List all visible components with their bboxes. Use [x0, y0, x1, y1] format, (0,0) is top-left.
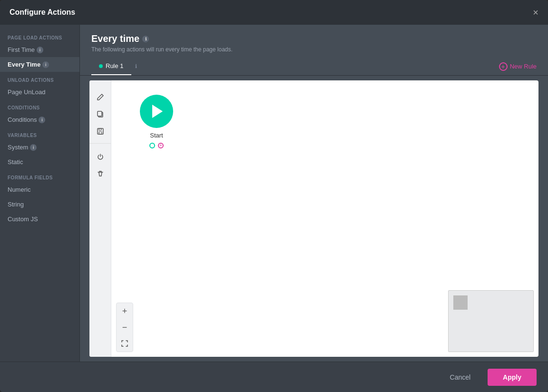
sidebar-item-label: Page UnLoad	[8, 88, 46, 96]
every-time-badge: i	[42, 61, 49, 68]
sidebar-item-system[interactable]: System i	[0, 140, 79, 155]
sidebar-item-label: First Time	[8, 46, 35, 53]
node-add-pink[interactable]: +	[158, 143, 164, 148]
system-badge: i	[30, 144, 37, 151]
toolbar-group-edit	[89, 85, 111, 144]
fit-button[interactable]	[117, 335, 133, 352]
configure-actions-modal: Configure Actions × PAGE LOAD ACTIONS Fi…	[0, 0, 548, 392]
node-output-green[interactable]	[149, 143, 155, 148]
new-rule-button[interactable]: + New Rule	[499, 59, 537, 74]
start-node: Start +	[140, 95, 173, 148]
canvas-area: Start + + −	[89, 80, 538, 357]
tab-label: Rule 1	[106, 62, 124, 69]
tab-rule1[interactable]: Rule 1	[91, 58, 131, 75]
canvas-toolbar	[89, 80, 111, 357]
sidebar-item-label: Conditions	[8, 116, 37, 123]
apply-button[interactable]: Apply	[488, 369, 537, 386]
new-rule-label: New Rule	[510, 63, 537, 70]
sidebar-item-custom-js[interactable]: Custom JS	[0, 212, 79, 226]
sidebar-item-label: Static	[8, 158, 23, 166]
sidebar-item-static[interactable]: Static	[0, 155, 79, 169]
content-subtitle: The following actions will run every tim…	[91, 46, 537, 53]
modal-body: PAGE LOAD ACTIONS First Time i Every Tim…	[0, 25, 548, 362]
sidebar-item-every-time[interactable]: Every Time i	[0, 57, 79, 72]
sidebar-item-numeric[interactable]: Numeric	[0, 182, 79, 197]
main-content: Every time ℹ The following actions will …	[80, 25, 548, 362]
power-icon[interactable]	[92, 148, 108, 165]
page-load-actions-label: PAGE LOAD ACTIONS	[0, 29, 79, 42]
edit-icon[interactable]	[92, 89, 108, 105]
sidebar-item-string[interactable]: String	[0, 197, 79, 212]
modal-header: Configure Actions ×	[0, 0, 548, 25]
conditions-label: CONDITIONS	[0, 99, 79, 112]
sidebar-item-first-time[interactable]: First Time i	[0, 42, 79, 57]
modal-footer: Cancel Apply	[0, 362, 548, 392]
play-icon	[152, 105, 163, 118]
variables-label: VARIABLES	[0, 127, 79, 140]
modal-title: Configure Actions	[10, 8, 75, 17]
content-title: Every time ℹ	[91, 33, 537, 44]
tab-dot	[99, 64, 103, 68]
first-time-badge: i	[37, 47, 43, 53]
save-icon[interactable]	[92, 123, 108, 139]
sidebar-item-label: String	[8, 201, 24, 208]
sidebar-item-label: Every Time	[8, 61, 40, 68]
sidebar-item-label: Numeric	[8, 186, 30, 193]
tabs-bar: Rule 1 ℹ + New Rule	[80, 58, 548, 76]
close-button[interactable]: ×	[533, 8, 538, 17]
minimap-node	[453, 295, 468, 310]
start-circle[interactable]	[140, 95, 173, 128]
sidebar-item-page-unload[interactable]: Page UnLoad	[0, 85, 79, 99]
content-title-badge: ℹ	[142, 36, 149, 42]
conditions-badge: i	[39, 117, 45, 123]
content-title-text: Every time	[91, 33, 139, 44]
sidebar: PAGE LOAD ACTIONS First Time i Every Tim…	[0, 25, 80, 362]
zoom-in-button[interactable]: +	[117, 303, 133, 319]
zoom-out-button[interactable]: −	[117, 319, 133, 335]
formula-fields-label: FORMULA FIELDS	[0, 169, 79, 182]
delete-icon[interactable]	[92, 166, 108, 182]
canvas-content: Start + + −	[111, 80, 538, 357]
new-rule-plus-icon: +	[499, 62, 508, 71]
tab-info-icon: ℹ	[135, 63, 137, 69]
tabs-left: Rule 1 ℹ	[91, 58, 137, 75]
svg-rect-2	[98, 128, 103, 134]
cancel-button[interactable]: Cancel	[439, 369, 482, 386]
unload-actions-label: UNLOAD ACTIONS	[0, 72, 79, 85]
toolbar-group-power	[89, 145, 111, 186]
content-header: Every time ℹ The following actions will …	[80, 25, 548, 58]
copy-icon[interactable]	[92, 106, 108, 122]
node-controls: +	[149, 143, 164, 148]
sidebar-item-label: System	[8, 144, 28, 151]
start-label: Start	[150, 132, 163, 139]
svg-rect-1	[98, 111, 102, 116]
sidebar-item-label: Custom JS	[8, 216, 38, 223]
zoom-controls: + −	[116, 303, 133, 352]
sidebar-item-conditions[interactable]: Conditions i	[0, 112, 79, 127]
minimap	[448, 290, 534, 352]
